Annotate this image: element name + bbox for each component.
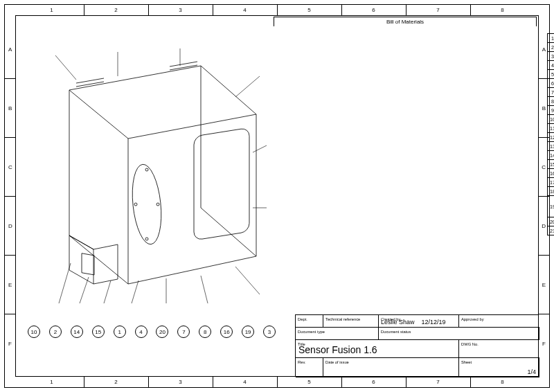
bom-row: 3McMaster91251A150Black Steel Socket Hea… xyxy=(548,52,555,61)
bom-row: 8McMaster91253A110Black-oxide Hex Drive … xyxy=(548,97,555,106)
bom-row: 5McMaster94320A744Nylon Thumb Screw w/ S… xyxy=(548,70,555,79)
ruler-row: A xyxy=(542,46,546,52)
bom-cell-i: 7 xyxy=(548,88,555,97)
ruler-row: F xyxy=(542,340,546,346)
bom-table: 1McMaster90935A135Black Phillips Round H… xyxy=(547,33,554,235)
bom-row: 1McMaster90935A135Black Phillips Round H… xyxy=(548,34,555,43)
drawing-title: Sensor Fusion 1.6 xyxy=(298,344,377,355)
callout-bubble: 3 xyxy=(263,326,276,338)
bom-row: 19AmazonB01ARQY31SAlbrillo LED Under Cab… xyxy=(548,196,555,217)
callout-bubble: 10 xyxy=(28,326,40,338)
bom-row: 18Lightingever5000028-US36W Power Adapte… xyxy=(548,187,555,196)
bom-row: 14Servocity32755SHS-755MG servo1 xyxy=(548,151,555,160)
ruler-row: B xyxy=(542,105,546,111)
ruler-row: E xyxy=(8,281,12,287)
ruler-col: 6 xyxy=(372,7,375,13)
callout-bubble: 7 xyxy=(177,326,190,338)
callout-bubble: 16 xyxy=(220,326,233,338)
bom-cell-i: 2 xyxy=(548,43,555,52)
ruler-row: E xyxy=(542,281,546,287)
tb-dwgno-label: DWG No. xyxy=(461,342,479,346)
ruler-col: 8 xyxy=(501,379,503,385)
ruler-col: 5 xyxy=(307,379,310,385)
svg-rect-0 xyxy=(194,127,249,240)
bom-cell-i: 16 xyxy=(548,169,555,178)
bom-title: Bill of Materials xyxy=(274,17,537,26)
bom-row: 2McMaster91249A120Black Phillips Pan Hea… xyxy=(548,43,555,52)
bom-cell-i: 18 xyxy=(548,187,555,196)
callout-bubble: 14 xyxy=(71,326,83,338)
ruler-col: 7 xyxy=(436,7,439,13)
ruler-row: B xyxy=(8,105,12,111)
ruler-col: 3 xyxy=(179,379,181,385)
sheet-number: 1/4 xyxy=(527,368,536,375)
ruler-col: 2 xyxy=(114,7,117,13)
bom-cell-i: 17 xyxy=(548,178,555,187)
bom-cell-i: 10 xyxy=(548,115,555,124)
bom-cell-i: 8 xyxy=(548,97,555,106)
bom-cell-i: 12 xyxy=(548,133,555,142)
bom-row: 11McMaster1292N11Multipurpose Neoprene S… xyxy=(548,124,555,133)
svg-rect-6 xyxy=(82,253,94,275)
bom-row: 20uscutterORS6311210Gray: Oracle-631 Col… xyxy=(548,217,555,226)
bom-cell-i: 21 xyxy=(548,226,555,235)
bom-cell-i: 6 xyxy=(548,79,555,88)
ruler-col: 2 xyxy=(114,379,117,385)
bom-cell-i: 1 xyxy=(548,34,555,43)
bom-cell-i: 14 xyxy=(548,151,555,160)
ruler-col: 8 xyxy=(501,7,503,13)
title-block: Dept. Technical reference Created by Les… xyxy=(295,314,539,377)
ruler-col: 4 xyxy=(243,379,246,385)
ruler-col: 3 xyxy=(179,7,181,13)
bom-cell-i: 11 xyxy=(548,124,555,133)
ruler-col: 7 xyxy=(436,379,439,385)
bom-cell-i: 20 xyxy=(548,217,555,226)
ruler-row: F xyxy=(8,340,12,346)
bom-row: 17Cana KitDEV-09669USB Relay Controller … xyxy=(548,178,555,187)
bom-row: 9McMaster9657K286Compression String, ¾" … xyxy=(548,106,555,115)
callout-bubble: 2 xyxy=(49,326,62,338)
callout-bubble: 4 xyxy=(135,326,148,338)
bom-row: 10McMaster99022A101Steel Cap Nuts, 4-406 xyxy=(548,115,555,124)
bom-row: 6McMaster7130K52Nylon Cable Tie, 4" Long… xyxy=(548,79,555,88)
bom-row: 16SparkfunWIG-13118Servo Trigger1 xyxy=(548,169,555,178)
bom-cell-i: 9 xyxy=(548,106,555,115)
bom-row: 12McMaster53325A62JIS (Japanese industri… xyxy=(548,133,555,142)
callout-bubble: 8 xyxy=(199,326,211,338)
ruler-row: A xyxy=(8,46,12,52)
svg-point-5 xyxy=(157,203,159,206)
tb-techref-label: Technical reference xyxy=(325,317,360,321)
tb-created-by: Leslie Shaw 12/12/19 xyxy=(381,319,446,326)
bom-cell-i: 3 xyxy=(548,52,555,61)
bom-row: 7McMaster7517A1Nonwhitening Cement for A… xyxy=(548,88,555,97)
callout-bubbles: 102141514207816193 xyxy=(28,326,274,353)
ruler-col: 5 xyxy=(307,7,310,13)
callout-bubble: 1 xyxy=(114,326,126,338)
bom-row: 15Servocity575116Large Servo Plate A1 xyxy=(548,160,555,169)
callout-bubble: 20 xyxy=(156,326,168,338)
svg-point-3 xyxy=(145,238,148,240)
tb-approved-label: Approved by xyxy=(461,317,484,321)
ruler-col: 4 xyxy=(243,7,246,13)
tb-dept-label: Dept. xyxy=(298,317,307,321)
ruler-row: D xyxy=(542,222,546,229)
callout-bubble: 19 xyxy=(242,326,254,338)
bom-cell-i: 5 xyxy=(548,70,555,79)
bom-cell-i: 4 xyxy=(548,61,555,70)
ruler-col: 6 xyxy=(372,379,375,385)
bom-cell-i: 15 xyxy=(548,160,555,169)
ruler-row: C xyxy=(542,163,546,170)
ruler-row: D xyxy=(8,222,12,229)
bom-cell-i: 19 xyxy=(548,196,555,217)
svg-point-2 xyxy=(145,168,148,171)
ruler-col: 1 xyxy=(50,379,53,385)
tb-issue-label: Date of issue xyxy=(325,360,349,364)
tb-doctype-label: Document type xyxy=(298,330,325,334)
ruler-col: 1 xyxy=(50,7,53,13)
bom-row: 4McMaster90272A148Steel Pan Head Phillip… xyxy=(548,61,555,70)
isometric-view xyxy=(28,28,270,305)
tb-docstatus-label: Document status xyxy=(381,330,411,334)
tb-rev-label: Rev. xyxy=(298,360,306,364)
bom-row: 13Servocity525118C1 Spline Actobotics Du… xyxy=(548,142,555,151)
ruler-row: C xyxy=(8,163,12,170)
